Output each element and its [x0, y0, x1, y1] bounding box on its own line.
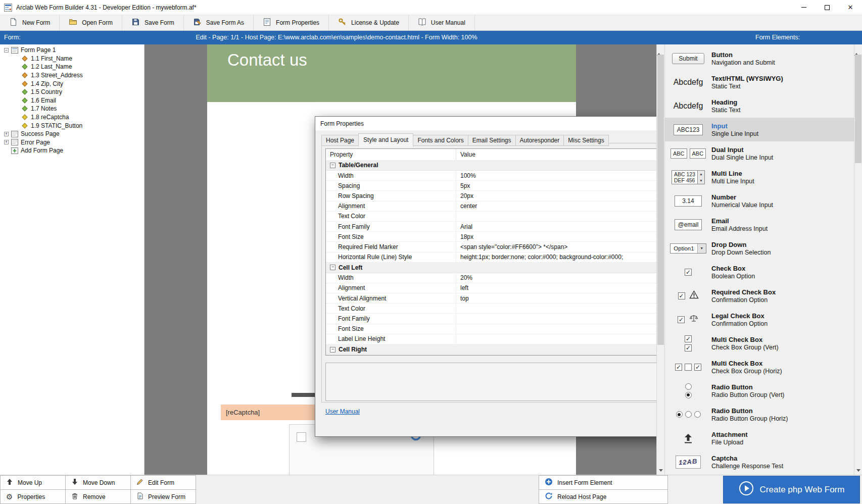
user-manual-link[interactable]: User Manual — [325, 408, 360, 415]
tree-field-item[interactable]: 1.7 Notes — [0, 105, 144, 113]
scroll-down-icon[interactable] — [659, 469, 663, 472]
grid-row[interactable]: Text Color — [326, 212, 656, 222]
expand-icon[interactable]: + — [4, 132, 9, 136]
properties-button[interactable]: ⚙ Properties — [1, 490, 65, 503]
open-form-button[interactable]: Open Form — [60, 15, 122, 30]
grid-section-row[interactable]: − Cell Left — [326, 263, 656, 273]
grid-row[interactable]: Font Size 18px — [326, 232, 656, 242]
book-icon — [418, 18, 426, 28]
remove-button[interactable]: Remove — [66, 490, 130, 503]
close-button[interactable]: ✕ — [839, 0, 862, 15]
tree-item-error-page[interactable]: + Error Page — [0, 138, 144, 147]
tree-field-item[interactable]: 1.4 Zip, City — [0, 79, 144, 88]
property-grid: Property Value − Table/General Width 100… — [325, 148, 656, 356]
grid-row[interactable]: Row Spacing 20px — [326, 191, 656, 201]
grid-section-row[interactable]: − Table/General — [326, 160, 656, 171]
grid-row[interactable]: Label Line Height — [326, 334, 656, 344]
save-form-as-button[interactable]: Save Form As — [184, 15, 254, 30]
element-item-button[interactable]: Submit ButtonNavigation and Submit — [665, 46, 854, 70]
element-item-dual-input[interactable]: ABCABC Dual InputDual Single Line Input — [665, 141, 854, 165]
multi-line-input-icon: ABC 123DEF 456 ▲▼ — [665, 170, 711, 184]
tab-autoresponder[interactable]: Autoresponder — [515, 135, 564, 146]
create-php-web-form-button[interactable]: Create php Web Form — [723, 476, 860, 503]
element-item-check-box[interactable]: Check BoxBoolean Option — [665, 260, 854, 284]
grid-row[interactable]: Alignment left — [326, 283, 656, 293]
grid-row[interactable]: Required Field Marker <span style="color… — [326, 242, 656, 252]
grid-row[interactable]: Spacing 5px — [326, 181, 656, 191]
scroll-up-icon[interactable] — [854, 44, 858, 56]
open-folder-icon — [69, 18, 77, 28]
move-down-button[interactable]: Move Down — [66, 476, 130, 489]
element-item-multi-check-box-vert[interactable]: Multi Check BoxCheck Box Group (Vert) — [665, 331, 854, 355]
grid-row[interactable]: Vertical Alignment top — [326, 293, 656, 304]
element-item-required-check-box[interactable]: Required Check BoxConfirmation Option — [665, 284, 854, 308]
tree-field-item[interactable]: 1.5 Country — [0, 88, 144, 96]
tree-field-item[interactable]: 1.9 STATIC_Button — [0, 121, 144, 130]
edit-form-button[interactable]: Edit Form — [131, 476, 196, 489]
grid-row[interactable]: Width 100% — [326, 171, 656, 181]
preview-form-button[interactable]: Preview Form — [131, 490, 196, 503]
value-column-header[interactable]: Value — [456, 149, 656, 160]
license-update-button[interactable]: License & Update — [329, 15, 409, 30]
element-item-multi-check-box-horiz[interactable]: Multi Check BoxCheck Box Group (Horiz) — [665, 355, 854, 379]
collapse-icon[interactable]: − — [330, 347, 336, 352]
tab-host-page[interactable]: Host Page — [321, 135, 359, 146]
tab-email-settings[interactable]: Email Settings — [468, 135, 516, 146]
insert-form-element-button[interactable]: Insert Form Element — [539, 476, 667, 489]
tab-misc-settings[interactable]: Misc Settings — [563, 135, 608, 146]
expand-icon[interactable]: + — [4, 140, 9, 144]
minimize-button[interactable] — [792, 0, 816, 15]
grid-row[interactable]: Alignment center — [326, 201, 656, 212]
grid-section-row[interactable]: − Cell Right — [326, 344, 656, 355]
element-item-attachment[interactable]: AttachmentFile Upload — [665, 426, 854, 450]
grid-row[interactable]: Width 20% — [326, 273, 656, 283]
element-item-number[interactable]: 3.14 NumberNumerical Value Input — [665, 189, 854, 213]
tree-field-item[interactable]: 1.2 Last_Name — [0, 63, 144, 71]
collapse-icon[interactable]: − — [330, 265, 336, 270]
element-item-legal-check-box[interactable]: Legal Check BoxConfirmation Option — [665, 308, 854, 331]
maximize-button[interactable] — [816, 0, 839, 15]
dialog-titlebar[interactable]: Form Properties ✕ — [315, 117, 656, 130]
element-item-captcha[interactable]: 12AB CaptchaChallenge Response Test — [665, 450, 854, 474]
tree-field-item[interactable]: 1.8 reCaptcha — [0, 113, 144, 122]
element-item-drop-down[interactable]: Option1▼ Drop DownDrop Down Selection — [665, 236, 854, 260]
property-column-header[interactable]: Property — [326, 149, 456, 160]
canvas-vertical-scrollbar[interactable] — [656, 44, 665, 475]
save-form-button[interactable]: Save Form — [122, 15, 184, 30]
tree-field-item[interactable]: 1.1 First_Name — [0, 55, 144, 63]
scrollbar-thumb[interactable] — [657, 55, 664, 345]
grid-row[interactable]: Font Family — [326, 314, 656, 324]
tree-field-item[interactable]: 1.3 Street_Address — [0, 71, 144, 80]
scroll-up-icon[interactable] — [657, 44, 661, 56]
grid-row[interactable]: Font Size — [326, 324, 656, 334]
move-up-button[interactable]: Move Up — [1, 476, 65, 489]
grid-row[interactable]: Font Family Arial — [326, 222, 656, 232]
form-properties-button[interactable]: Form Properties — [254, 15, 329, 30]
collapse-expander-icon[interactable]: − — [4, 48, 9, 53]
tab-fonts-and-colors[interactable]: Fonts and Colors — [413, 135, 468, 146]
recaptcha-checkbox[interactable] — [297, 432, 306, 442]
field-type-icon — [22, 56, 27, 61]
user-manual-button[interactable]: User Manual — [409, 15, 475, 30]
new-form-button[interactable]: New Form — [0, 15, 60, 30]
collapse-icon[interactable]: − — [330, 163, 336, 168]
scroll-down-icon[interactable] — [856, 469, 860, 472]
property-grid-rows: − Table/General Width 100% Spacing 5px R… — [326, 160, 656, 355]
element-item-email[interactable]: @email EmailEmail Address Input — [665, 213, 854, 236]
grid-row[interactable]: Horizontal Rule (Line) Style height:1px;… — [326, 253, 656, 263]
tree-field-item[interactable]: 1.6 Email — [0, 96, 144, 105]
tree-item-form-page-1[interactable]: − Form Page 1 — [0, 46, 144, 55]
grid-row[interactable]: Text Color — [326, 304, 656, 314]
tree-item-add-form-page[interactable]: Add Form Page — [0, 146, 144, 155]
elements-panel-scrollbar[interactable] — [854, 44, 862, 475]
tree-item-success-page[interactable]: + Success Page — [0, 130, 144, 138]
scrollbar-thumb[interactable] — [855, 55, 861, 163]
element-item-radio-horiz[interactable]: Radio ButtonRadio Button Group (Horiz) — [665, 402, 854, 426]
tab-style-and-layout[interactable]: Style and Layout — [358, 133, 413, 147]
element-item-text-html[interactable]: Abcdefg Text/HTML (WYSIWYG)Static Text — [665, 70, 854, 94]
reload-host-page-button[interactable]: Reload Host Page — [539, 490, 667, 503]
element-item-multi-line[interactable]: ABC 123DEF 456 ▲▼ Multi LineMulti Line I… — [665, 165, 854, 189]
element-item-radio-vert[interactable]: Radio ButtonRadio Button Group (Vert) — [665, 379, 854, 402]
element-item-heading[interactable]: Abcdefg HeadingStatic Text — [665, 94, 854, 118]
element-item-input[interactable]: ABC123 InputSingle Line Input — [665, 118, 854, 141]
